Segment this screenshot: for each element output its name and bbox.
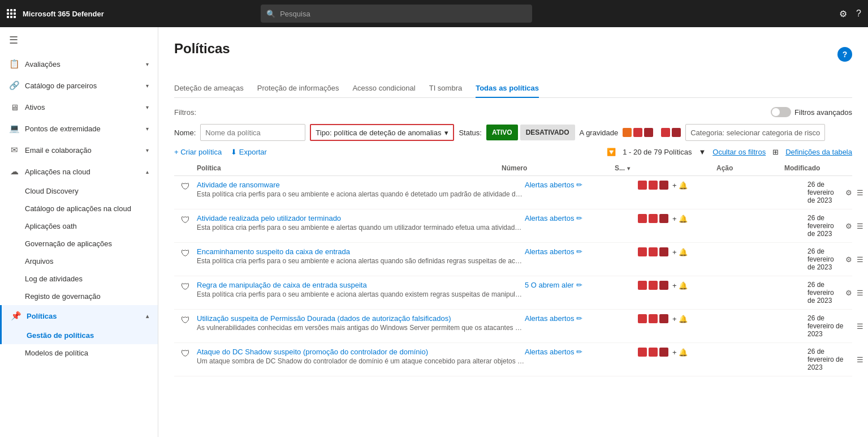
policy-desc-4: Esta política cria perfis para o seu amb… (197, 290, 525, 298)
search-bar[interactable]: 🔍 (261, 5, 532, 23)
nome-filter-input[interactable] (200, 124, 305, 141)
ocultar-filtros-link[interactable]: Ocultar os filtros (712, 148, 766, 156)
sidebar-item-ativos[interactable]: 🖥 Ativos ▾ (0, 96, 158, 118)
chevron-down-icon: ▾ (146, 83, 149, 89)
policy-sev-3: + 🔔 (638, 247, 740, 256)
sort-icon: ▾ (627, 165, 630, 172)
bell-icon: 🔔 (679, 315, 688, 323)
tab-detecao[interactable]: Deteção de ameaças (174, 79, 244, 98)
severity-med2-square (661, 128, 670, 137)
severity-medium-square (633, 128, 642, 137)
sidebar-item-gestao-politicas[interactable]: Gestão de políticas (0, 327, 158, 344)
gear-icon[interactable]: ⚙ (845, 188, 852, 197)
help-button[interactable]: ? (856, 8, 861, 19)
sidebar-item-email-colaboracao[interactable]: ✉ Email e colaboração ▾ (0, 139, 158, 161)
gear-icon[interactable]: ⚙ (845, 222, 852, 230)
list-icon[interactable]: ☰ (857, 188, 863, 197)
col-acao: Ação (716, 164, 784, 172)
policy-sev-6: + 🔔 (638, 348, 740, 357)
tab-todas[interactable]: Todas as políticas (476, 79, 539, 98)
sidebar-item-avaliacoes[interactable]: 📋 Avaliações ▾ (0, 53, 158, 75)
sidebar-item-cloud-discovery[interactable]: Cloud Discovery (0, 182, 158, 200)
tab-protecao[interactable]: Proteção de informações (257, 79, 339, 98)
filter-icon: 🔽 (607, 148, 616, 156)
toolbar-right: 🔽 1 - 20 de 79 Políticas ▼ Ocultar os fi… (607, 148, 852, 156)
list-icon[interactable]: ☰ (857, 222, 863, 230)
sev-dark-red (659, 181, 668, 190)
list-icon[interactable]: ☰ (857, 289, 863, 297)
policy-name-1[interactable]: Atividade de ransomware (197, 181, 525, 189)
hamburger-button[interactable]: ☰ (0, 27, 158, 53)
sidebar-item-governacao[interactable]: Governação de aplicações (0, 235, 158, 252)
policy-name-3[interactable]: Encaminhamento suspeito da caixa de entr… (197, 247, 525, 256)
sidebar-item-pontos-extremidade[interactable]: 💻 Pontos de extremidade ▾ (0, 118, 158, 139)
policy-cell-5: Utilização suspeita de Permissão Dourada… (197, 314, 525, 332)
filter-funnel-icon: ▼ (698, 148, 706, 156)
tab-acesso[interactable]: Acesso condicional (352, 79, 415, 98)
gear-icon[interactable]: ⚙ (845, 289, 852, 297)
list-icon[interactable]: ☰ (857, 322, 863, 331)
edit-icon: ✏ (576, 281, 582, 289)
policy-tabs: Deteção de ameaças Proteção de informaçõ… (174, 79, 852, 98)
list-icon[interactable]: ☰ (857, 355, 863, 364)
filters-advanced-toggle[interactable]: Filtros avançados (771, 107, 852, 117)
col-politica: Política (197, 164, 502, 172)
sev-dark-red (659, 314, 668, 323)
sidebar-item-catalogo-parceiros[interactable]: 🔗 Catálogo de parceiros ▾ (0, 75, 158, 96)
sidebar-item-politicas[interactable]: 📌 Políticas ▴ (0, 305, 158, 327)
sev-red (649, 348, 658, 357)
list-icon[interactable]: ☰ (857, 255, 863, 264)
main-content: Políticas ? Deteção de ameaças Proteção … (158, 27, 868, 437)
table-settings-icon: ⊞ (772, 148, 779, 156)
sidebar-item-modelos-politica[interactable]: Modelos de política (0, 344, 158, 362)
policy-name-5[interactable]: Utilização suspeita de Permissão Dourada… (197, 314, 525, 323)
sidebar-item-registo-governacao[interactable]: Registo de governação (0, 288, 158, 305)
sidebar-item-log-atividades[interactable]: Log de atividades (0, 270, 158, 288)
policy-num-5: Alertas abertos ✏ (525, 314, 638, 323)
sev-red (638, 181, 647, 190)
policy-actions-4: 26 de fevereiro de 2023 ⚙ ☰ ⋮ (807, 281, 868, 305)
policy-actions-1: 26 de fevereiro de 2023 ⚙ ☰ ⋮ (807, 181, 868, 204)
chevron-down-icon: ▾ (146, 126, 149, 132)
politicas-icon: 📌 (11, 311, 21, 321)
ativos-icon: 🖥 (9, 102, 19, 112)
categoria-filter[interactable]: Categoria: selecionar categoria de risco (685, 124, 825, 141)
sidebar-item-aplicacoes-cloud[interactable]: ☁ Aplicações na cloud ▴ (0, 161, 158, 182)
sev-red (638, 214, 647, 223)
policy-num-1: Alertas abertos ✏ (525, 181, 638, 189)
severity-filter[interactable] (623, 128, 681, 137)
definicoes-tabela-link[interactable]: Definições da tabela (785, 148, 852, 156)
policy-icon: 🛡 (174, 247, 197, 259)
sidebar-item-catalogo-aplicacoes[interactable]: Catálogo de aplicações na cloud (0, 200, 158, 217)
criar-politica-button[interactable]: + Criar política (174, 148, 222, 156)
exportar-button[interactable]: ⬇ Exportar (231, 148, 267, 156)
gear-icon[interactable]: ⚙ (845, 255, 852, 264)
help-circle-button[interactable]: ? (837, 47, 852, 62)
table-row: 🛡 Encaminhamento suspeito da caixa de en… (174, 243, 852, 276)
policy-icon: 🛡 (174, 348, 197, 359)
col-s[interactable]: S... ▾ (615, 164, 716, 172)
sev-dark-red (659, 247, 668, 256)
tipo-filter-select[interactable]: Tipo: política de deteção de anomalias ▾ (310, 124, 454, 141)
severity-high2-square (672, 128, 681, 137)
policy-name-2[interactable]: Atividade realizada pelo utilizador term… (197, 214, 525, 222)
policy-sev-4: + 🔔 (638, 281, 740, 290)
sidebar-item-aplicacoes-oath[interactable]: Aplicações oath (0, 217, 158, 235)
search-input[interactable] (280, 10, 526, 18)
advanced-toggle-switch[interactable] (771, 107, 791, 117)
sidebar: ☰ 📋 Avaliações ▾ 🔗 Catálogo de parceiros… (0, 27, 158, 437)
policy-name-4[interactable]: Regra de manipulação de caixa de entrada… (197, 281, 525, 289)
filters-label: Filtros: (174, 108, 196, 117)
status-filter-label: Status: (459, 128, 481, 137)
status-active-button[interactable]: ATIVO (486, 125, 518, 140)
apps-icon[interactable] (7, 9, 16, 18)
chevron-down-icon: ▾ (146, 147, 149, 153)
table-row: 🛡 Ataque do DC Shadow suspeito (promoção… (174, 343, 852, 376)
table-row: 🛡 Atividade de ransomware Esta política … (174, 176, 852, 209)
tab-ti-sombra[interactable]: TI sombra (429, 79, 463, 98)
policy-name-6[interactable]: Ataque do DC Shadow suspeito (promoção d… (197, 348, 525, 356)
sidebar-item-arquivos[interactable]: Arquivos (0, 252, 158, 270)
bell-icon: 🔔 (679, 215, 688, 223)
status-inactive-button[interactable]: DESATIVADO (520, 125, 575, 140)
settings-button[interactable]: ⚙ (839, 8, 847, 19)
